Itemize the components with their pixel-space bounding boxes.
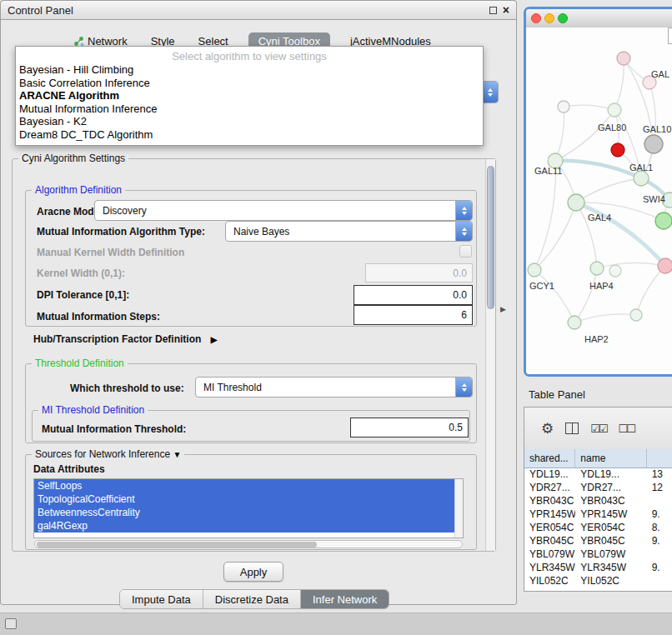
- tab-discretize-data-label: Discretize Data: [215, 593, 288, 606]
- sources-title: Sources for Network Inference: [35, 448, 170, 460]
- network-node-label: GAL: [651, 69, 669, 79]
- network-node[interactable]: [630, 309, 642, 321]
- network-node[interactable]: [611, 143, 624, 157]
- network-node-label: GAL4: [588, 212, 611, 222]
- gear-icon[interactable]: ⚙: [541, 422, 554, 436]
- minimize-traffic-light-icon[interactable]: [544, 13, 554, 23]
- which-threshold-label: Which threshold to use:: [70, 382, 184, 394]
- which-threshold-value: MI Threshold: [196, 382, 455, 393]
- close-icon[interactable]: ×: [503, 5, 509, 15]
- network-node[interactable]: [609, 265, 621, 277]
- network-node[interactable]: [568, 194, 584, 211]
- select-all-checkboxes-icon[interactable]: ☑☑: [590, 422, 606, 435]
- float-window-icon[interactable]: [489, 7, 497, 14]
- horizontal-scrollbar-track[interactable]: [34, 540, 463, 548]
- table-cell: YIL052C: [524, 574, 575, 588]
- network-node[interactable]: [644, 135, 663, 153]
- table-cell: 9.: [647, 534, 672, 548]
- tab-discretize-data[interactable]: Discretize Data: [203, 590, 300, 608]
- algorithm-option[interactable]: Bayesian - K2: [16, 115, 483, 128]
- apply-button[interactable]: Apply: [223, 562, 283, 582]
- splitter-collapse-arrow[interactable]: ▶: [500, 305, 506, 313]
- settings-scrollbar-track[interactable]: [485, 159, 495, 551]
- tab-impute-data[interactable]: Impute Data: [120, 590, 203, 608]
- network-node-label: GCY1: [529, 281, 554, 291]
- sources-disclosure[interactable]: Sources for Network Inference ▼: [32, 448, 184, 461]
- table-row[interactable]: YPR145WYPR145W9.: [524, 508, 672, 521]
- network-node[interactable]: [568, 316, 581, 329]
- minimized-panel-icon[interactable]: [5, 618, 17, 629]
- algorithm-option[interactable]: Dream8 DC_TDC Algorithm: [16, 128, 483, 142]
- attribute-item[interactable]: TopologicalCoefficient: [34, 492, 455, 506]
- settings-scrollbar-thumb[interactable]: [487, 166, 494, 309]
- table-row[interactable]: YBL079WYBL079W: [524, 548, 672, 561]
- network-node-label: GAL1: [629, 162, 653, 172]
- table-cell: YBR045C: [524, 534, 575, 548]
- attribute-item[interactable]: BetweennessCentrality: [34, 506, 455, 519]
- algorithm-popup-placeholder: Select algorithm to view settings: [16, 49, 483, 63]
- mi-threshold-field[interactable]: 0.5: [350, 418, 469, 438]
- deselect-all-checkboxes-icon[interactable]: ☐☐: [619, 422, 634, 435]
- algorithm-dropdown-popup: Select algorithm to view settings Bayesi…: [15, 46, 484, 146]
- zoom-traffic-light-icon[interactable]: [558, 13, 568, 23]
- kernel-width-label: Kernel Width (0,1):: [37, 268, 125, 279]
- control-panel-titlebar: Control Panel ×: [0, 0, 517, 20]
- combo-arrows-icon: [455, 378, 472, 397]
- table-row[interactable]: YBR045CYBR045C9.: [524, 534, 672, 548]
- manual-kernel-label: Manual Kernel Width Definition: [37, 247, 184, 258]
- combo-arrows-icon: [481, 82, 498, 102]
- table-row[interactable]: YDL19...YDL19...13: [524, 468, 672, 481]
- table-row[interactable]: YER054CYER054C8.: [524, 521, 672, 534]
- dpi-tolerance-label: DPI Tolerance [0,1]:: [37, 289, 129, 301]
- attribute-item[interactable]: gal4RGexp: [34, 519, 455, 532]
- manual-kernel-checkbox[interactable]: [459, 245, 472, 258]
- mi-steps-field[interactable]: 6: [354, 305, 473, 325]
- attribute-item[interactable]: SelfLoops: [34, 479, 455, 492]
- tab-impute-data-label: Impute Data: [132, 593, 191, 606]
- table-panel-title: Table Panel: [529, 388, 585, 401]
- chevron-right-icon: ▶: [211, 335, 218, 344]
- table-cell: 8.: [647, 521, 672, 534]
- algorithm-option[interactable]: Mutual Information Inference: [16, 102, 483, 116]
- table-row[interactable]: YIL052CYIL052C: [524, 574, 672, 588]
- network-window-titlebar: [526, 9, 672, 28]
- network-node[interactable]: [558, 101, 569, 112]
- algorithm-option[interactable]: Bayesian - Hill Climbing: [16, 63, 483, 77]
- which-threshold-combo[interactable]: MI Threshold: [195, 377, 473, 398]
- hub-definition-label: Hub/Transcription Factor Definition: [33, 333, 201, 345]
- table-header-row: shared... name: [524, 449, 672, 468]
- combo-arrows-icon: [455, 201, 472, 220]
- column-header-shared[interactable]: shared...: [524, 449, 575, 468]
- kernel-width-field[interactable]: 0.0: [365, 263, 473, 282]
- table-cell: YBL079W: [575, 548, 646, 561]
- table-cell: YBL079W: [524, 548, 575, 561]
- network-node[interactable]: [658, 258, 672, 273]
- hub-definition-disclosure[interactable]: Hub/Transcription Factor Definition ▶: [33, 333, 217, 346]
- table-row[interactable]: YDR27...YDR27...12: [524, 481, 672, 494]
- attributes-scrollbar-track[interactable]: [454, 479, 463, 538]
- horizontal-scrollbar-thumb[interactable]: [37, 542, 317, 548]
- network-node[interactable]: [590, 262, 604, 275]
- kernel-width-value: 0.0: [453, 268, 467, 279]
- algorithm-option[interactable]: Basic Correlation Inference: [16, 77, 483, 90]
- mi-type-combo[interactable]: Naive Bayes: [225, 221, 473, 242]
- network-node[interactable]: [528, 263, 541, 277]
- combo-arrows-icon: [455, 222, 472, 241]
- tab-infer-network[interactable]: Infer Network: [300, 590, 389, 608]
- canvas-corner-box[interactable]: [668, 28, 672, 44]
- table-row[interactable]: YLR345WYLR345W9.: [524, 561, 672, 574]
- close-traffic-light-icon[interactable]: [531, 13, 541, 23]
- network-node-label: GAL10: [643, 124, 671, 134]
- column-header-extra[interactable]: [647, 449, 672, 468]
- algorithm-option-selected[interactable]: ARACNE Algorithm: [16, 89, 483, 102]
- aracne-mode-combo[interactable]: Discovery: [94, 200, 473, 221]
- columns-icon[interactable]: [565, 422, 579, 434]
- network-node[interactable]: [634, 171, 649, 186]
- network-node[interactable]: [617, 52, 630, 65]
- table-row[interactable]: YBR043CYBR043C: [524, 494, 672, 508]
- network-canvas[interactable]: GALGAL80GAL10GAL11GAL1SWI4GAL4GCY1HAP4HA…: [526, 28, 672, 374]
- network-node[interactable]: [608, 103, 621, 117]
- dpi-tolerance-field[interactable]: 0.0: [354, 285, 473, 305]
- column-header-name[interactable]: name: [575, 449, 646, 468]
- network-node[interactable]: [655, 212, 672, 229]
